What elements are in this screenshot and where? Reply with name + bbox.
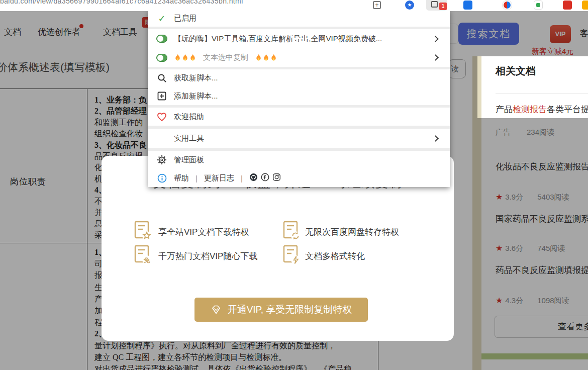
instagram-icon[interactable] — [272, 173, 281, 183]
gear-icon — [156, 155, 167, 165]
menu-item-get-scripts[interactable]: 获取新脚本... — [148, 69, 450, 87]
browser-toolbar: baidu.com/view/da3566979901664af61c7c6a4… — [0, 0, 588, 11]
info-icon — [156, 173, 167, 183]
extension-icon[interactable] — [463, 1, 472, 10]
vip-diamond-icon — [211, 305, 222, 315]
check-icon: ✓ — [156, 13, 167, 24]
menu-item-label: 欢迎捐助 — [174, 112, 204, 122]
flame-icons — [255, 53, 277, 62]
chevron-right-icon — [432, 54, 439, 61]
ad-title-part: 产品 — [496, 105, 513, 114]
separator: | — [195, 174, 198, 182]
search-icon — [156, 73, 167, 83]
help-link[interactable]: 帮助 — [174, 173, 189, 183]
feature-label: 无限次百度网盘转存特权 — [305, 226, 399, 238]
menu-item-donate[interactable]: 欢迎捐助 — [148, 108, 450, 126]
userscript-menu: ✓ 已启用 【玩的嗨】VIP工具箱,百度文库解析导出,全网VIP视频免费破...… — [148, 10, 450, 187]
flame-icons — [174, 53, 197, 62]
menu-item-label: 管理面板 — [174, 155, 204, 165]
ad-title-part: 各类平台提 — [547, 105, 588, 114]
menu-item-script-vip-toolbox[interactable]: 【玩的嗨】VIP工具箱,百度文库解析导出,全网VIP视频免费破... — [148, 29, 450, 48]
divider — [496, 94, 588, 94]
ad-title-highlight: 检测报告 — [513, 105, 547, 114]
extension-icon[interactable] — [582, 1, 588, 10]
extension-icon[interactable] — [563, 1, 572, 10]
open-vip-button[interactable]: 开通VIP, 享受无限制复制特权 — [194, 298, 368, 322]
heart-icon — [156, 112, 167, 122]
menu-item-label: 获取新脚本... — [174, 73, 218, 83]
url-text[interactable]: baidu.com/view/da3566979901664af61c7c6a4… — [0, 0, 243, 5]
svg-text:免: 免 — [144, 256, 151, 264]
menu-item-utilities[interactable]: 实用工具 — [148, 129, 450, 148]
menu-item-add-script[interactable]: 添加新脚本... — [148, 87, 450, 105]
script-label: 【玩的嗨】VIP工具箱,百度文库解析导出,全网VIP视频免费破... — [174, 34, 382, 44]
menu-item-script-text-copy[interactable]: 文本选中复制 — [148, 48, 450, 67]
bookmark-star-icon[interactable]: ★ — [405, 1, 414, 10]
doc-free-icon: 免 — [134, 244, 152, 267]
doc-star-icon — [134, 220, 152, 243]
related-doc-ad-title[interactable]: 产品检测报告各类平台提 — [496, 104, 588, 115]
tampermonkey-icon — [431, 1, 438, 8]
changelog-link[interactable]: 更新日志 — [204, 173, 234, 183]
menu-item-dashboard[interactable]: 管理面板 — [148, 151, 450, 169]
menu-item-label: 已启用 — [174, 14, 197, 23]
script-label: 文本选中复制 — [203, 53, 248, 62]
menu-item-label: 添加新脚本... — [174, 91, 218, 101]
extension-icon[interactable] — [503, 1, 512, 10]
add-square-icon — [156, 91, 167, 101]
feature-label: 千万热门文档VIP随心下载 — [158, 250, 257, 262]
feature-label: 享全站VIP文档下载特权 — [158, 226, 249, 238]
doc-convert-icon — [282, 244, 301, 267]
tampermonkey-badge: 1 — [439, 3, 447, 10]
facebook-icon[interactable] — [261, 173, 269, 183]
open-vip-label: 开通VIP, 享受无限制复制特权 — [228, 303, 352, 316]
related-docs-heading: 相关文档 — [496, 64, 536, 78]
browser-action-icon[interactable]: + — [373, 1, 381, 9]
chevron-right-icon — [432, 36, 439, 42]
menu-item-label: 实用工具 — [174, 134, 204, 143]
chevron-right-icon — [432, 135, 439, 142]
doc-transfer-icon — [282, 220, 301, 243]
feature-label: 文档多格式转化 — [305, 250, 365, 262]
toggle-on-icon[interactable] — [156, 35, 167, 43]
separator: | — [241, 174, 243, 182]
toggle-on-icon[interactable] — [156, 54, 167, 62]
extension-icon[interactable] — [534, 1, 543, 10]
menu-item-help[interactable]: 帮助 | 更新日志 | — [148, 169, 450, 187]
github-icon[interactable] — [249, 173, 258, 183]
menu-item-enabled[interactable]: ✓ 已启用 — [148, 10, 450, 27]
screen: 文档 优选创作者 文档工具 限时 搜索文档 VIP 新客立减4元 客 价体系概述… — [0, 0, 588, 370]
